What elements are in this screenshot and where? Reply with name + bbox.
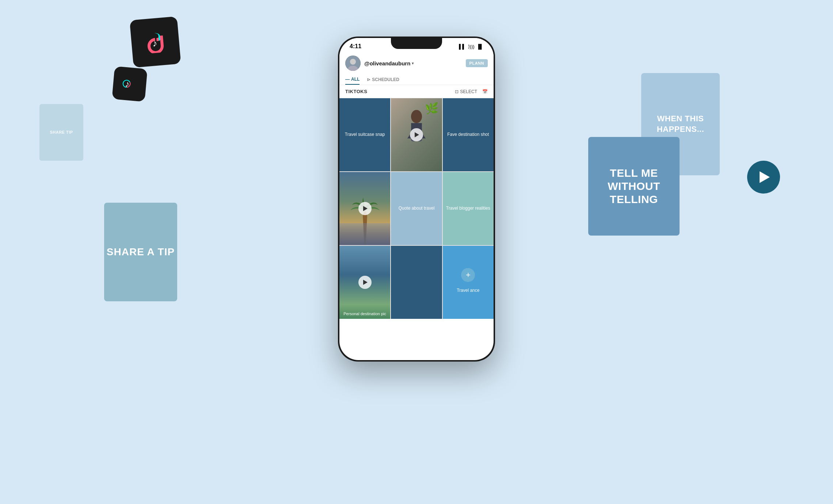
- play-icon-palm: [358, 202, 372, 215]
- status-time: 4:11: [350, 43, 361, 50]
- grid-cell-woman-plant[interactable]: 🌿: [391, 98, 442, 171]
- app-header: @oliveandauburn ▾ PLANN — ALL ⊳ SCHE: [339, 53, 494, 85]
- cell-label-travel-suitcase: Travel suitcase snap: [342, 129, 388, 141]
- grid-cell-quote-travel[interactable]: Quote about travel: [391, 172, 442, 245]
- tab-arrow-icon: ⊳: [367, 77, 370, 82]
- toolbar-actions: ⊡ SELECT 📅: [455, 89, 488, 94]
- add-button[interactable]: +: [461, 268, 475, 282]
- grid-cell-travel-blogger[interactable]: Travel blogger realities: [443, 172, 494, 245]
- select-label: SELECT: [460, 89, 477, 94]
- tiktok-grid: Travel suitcase snap 🌿: [339, 98, 494, 319]
- svg-text:♪: ♪: [152, 38, 158, 49]
- tab-scheduled[interactable]: ⊳ SCHEDULED: [367, 75, 399, 85]
- share-tip-small-text: SHARE TIP: [50, 130, 73, 135]
- toolbar: TIKTOKS ⊡ SELECT 📅: [339, 85, 494, 98]
- play-icon-woman-plant: [410, 128, 423, 141]
- tabs-row: — ALL ⊳ SCHEDULED: [345, 73, 488, 85]
- tiktok-icon-large: ♪: [130, 16, 181, 68]
- select-icon: ⊡: [455, 89, 459, 94]
- username: @oliveandauburn: [364, 60, 410, 66]
- share-tip-large-text: SHARE A TIP: [107, 246, 175, 258]
- phone-wrapper: 4:11 ▌▌ ⟩))) ▐▌: [338, 37, 495, 362]
- phone-notch: [391, 38, 442, 49]
- cell-label-quote-travel: Quote about travel: [396, 203, 438, 214]
- share-tip-small-card: SHARE TIP: [39, 104, 83, 161]
- grid-cell-bottom-right[interactable]: + Travel ance: [443, 246, 494, 319]
- grid-cell-bottom-left[interactable]: Personal destination pic: [339, 246, 390, 319]
- tab-all-label: ALL: [351, 77, 360, 82]
- cell-label-bottom-right: Travel ance: [454, 285, 482, 297]
- svg-point-7: [411, 110, 422, 123]
- phone: 4:11 ▌▌ ⟩))) ▐▌: [338, 37, 495, 362]
- calendar-icon: 📅: [482, 89, 488, 94]
- when-this-text: WHEN THIS HAPPENS...: [641, 114, 720, 134]
- tab-underline-icon: —: [345, 77, 350, 82]
- svg-point-5: [350, 59, 356, 65]
- cell-label-bottom-left: Personal destination pic: [339, 312, 390, 316]
- share-tip-large-card: SHARE A TIP: [104, 203, 177, 301]
- avatar[interactable]: [345, 56, 361, 71]
- status-icons: ▌▌ ⟩))) ▐▌: [459, 44, 483, 49]
- phone-screen: 4:11 ▌▌ ⟩))) ▐▌: [339, 38, 494, 360]
- grid-cell-travel-suitcase[interactable]: Travel suitcase snap: [339, 98, 390, 171]
- cell-label-fave-destination: Fave destination shot: [444, 129, 492, 141]
- select-button[interactable]: ⊡ SELECT: [455, 89, 477, 94]
- tell-me-card: TELL ME WITHOUT TELLING: [588, 137, 680, 236]
- play-triangle-icon: [760, 171, 770, 183]
- dropdown-arrow-icon: ▾: [412, 61, 414, 66]
- plann-badge: PLANN: [466, 59, 488, 67]
- tell-me-text: TELL ME WITHOUT TELLING: [588, 167, 680, 206]
- play-button[interactable]: [747, 161, 780, 194]
- play-icon-bottom-left: [358, 276, 372, 289]
- cell-label-bottom-mid: [414, 279, 419, 285]
- grid-cell-fave-destination[interactable]: Fave destination shot: [443, 98, 494, 171]
- calendar-button[interactable]: 📅: [482, 89, 488, 94]
- username-container[interactable]: @oliveandauburn ▾: [364, 60, 414, 66]
- wifi-icon: ⟩))): [468, 44, 475, 49]
- profile-left: @oliveandauburn ▾: [345, 56, 414, 71]
- profile-row: @oliveandauburn ▾ PLANN: [345, 53, 488, 73]
- signal-icon: ▌▌: [459, 44, 465, 49]
- cell-label-travel-blogger: Travel blogger realities: [443, 203, 493, 214]
- toolbar-title: TIKTOKS: [345, 89, 367, 94]
- battery-icon: ▐▌: [477, 44, 483, 49]
- tab-all[interactable]: — ALL: [345, 75, 360, 85]
- grid-cell-palm-tree[interactable]: [339, 172, 390, 245]
- tab-scheduled-label: SCHEDULED: [372, 77, 399, 82]
- tiktok-icon-small: ♪: [112, 66, 148, 102]
- grid-cell-bottom-mid[interactable]: [391, 246, 442, 319]
